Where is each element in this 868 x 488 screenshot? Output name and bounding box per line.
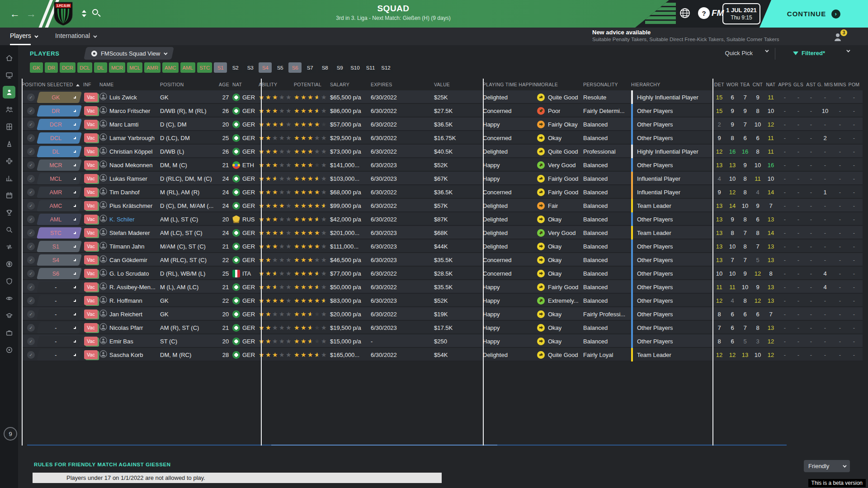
player-name[interactable]: Lukas Ramser bbox=[109, 175, 160, 182]
inf-vacancy-button[interactable]: Vac bbox=[83, 337, 99, 346]
position-badge[interactable]: AML bbox=[38, 214, 83, 225]
position-filter-s10[interactable]: S10 bbox=[348, 62, 362, 73]
header-ability[interactable]: ABILITY bbox=[259, 82, 294, 87]
sidebar-item-home[interactable] bbox=[3, 52, 15, 64]
filter-dropdown-icon[interactable] bbox=[846, 48, 850, 52]
row-select[interactable]: ✓ bbox=[22, 161, 38, 169]
inf-vacancy-button[interactable]: Vac bbox=[83, 93, 99, 102]
row-select[interactable]: ✓ bbox=[22, 94, 38, 101]
sidebar-item-tactics[interactable] bbox=[3, 120, 15, 133]
row-select[interactable]: ✓ bbox=[22, 229, 38, 237]
player-name[interactable]: Naod Mekonnen bbox=[109, 162, 160, 169]
sidebar-item-club-vision[interactable] bbox=[3, 292, 15, 305]
club-switch-up-icon[interactable] bbox=[82, 10, 86, 13]
row-select[interactable]: ✓ bbox=[22, 338, 38, 345]
sidebar-item-fixtures[interactable] bbox=[3, 343, 15, 356]
header-stat-apps[interactable]: APPS bbox=[778, 82, 792, 87]
header-value[interactable]: VALUE bbox=[434, 82, 483, 87]
header-stat-det[interactable]: DET bbox=[712, 82, 726, 87]
position-badge[interactable]: S6 bbox=[38, 268, 83, 279]
row-select[interactable]: ✓ bbox=[22, 310, 38, 318]
sidebar-item-dynamics[interactable] bbox=[3, 103, 15, 116]
player-name[interactable]: Sascha Korb bbox=[109, 352, 160, 358]
inf-vacancy-button[interactable]: Vac bbox=[83, 201, 99, 210]
row-select[interactable]: ✓ bbox=[22, 188, 38, 196]
header-name[interactable]: NAME bbox=[99, 82, 160, 87]
table-row[interactable]: ✓AMCVacPius KrätschmerD (C), DM, M/AM (.… bbox=[22, 199, 863, 212]
sidebar-item-transfers[interactable] bbox=[3, 240, 15, 253]
inf-vacancy-button[interactable]: Vac bbox=[83, 147, 99, 156]
inf-vacancy-button[interactable]: Vac bbox=[83, 188, 99, 197]
table-row[interactable]: ✓-VacR. Assibey-Men...M (L), AM (LC)21GE… bbox=[22, 280, 863, 294]
table-row[interactable]: ✓STCVacStefan MadererAM (LC), ST (C)24GE… bbox=[22, 226, 863, 239]
row-select[interactable]: ✓ bbox=[22, 202, 38, 210]
table-row[interactable]: ✓-VacNicolas PfarrAM (R), ST (C)21GER★★★… bbox=[22, 321, 863, 334]
player-name[interactable]: Marco Fritscher bbox=[109, 108, 160, 114]
position-badge[interactable]: DL bbox=[38, 146, 83, 157]
table-row[interactable]: ✓DCRVacMarc LamtiD (C), DM20GER★★★★★★★★★… bbox=[22, 117, 863, 131]
game-date[interactable]: 1 JUL 2021 Thu 9:15 bbox=[722, 3, 760, 24]
player-name[interactable]: Jan Reichert bbox=[109, 311, 160, 318]
inf-vacancy-button[interactable]: Vac bbox=[83, 282, 99, 291]
inf-vacancy-button[interactable]: Vac bbox=[83, 215, 99, 224]
position-badge[interactable]: - bbox=[38, 309, 83, 320]
position-badge[interactable]: S4 bbox=[38, 254, 83, 266]
row-select[interactable]: ✓ bbox=[22, 243, 38, 250]
table-row[interactable]: ✓AMRVacTim DanhofM (RL), AM (R)24GER★★★★… bbox=[22, 185, 863, 199]
position-badge[interactable]: - bbox=[38, 322, 83, 333]
inf-vacancy-button[interactable]: Vac bbox=[83, 323, 99, 332]
player-name[interactable]: Luis Zwick bbox=[109, 94, 160, 101]
table-row[interactable]: ✓S6VacG. Lo ScrudatoD (RL), WB/M (L)25IT… bbox=[22, 267, 863, 280]
row-select[interactable]: ✓ bbox=[22, 256, 38, 264]
position-filter-s1[interactable]: S1 bbox=[214, 62, 227, 73]
header-stat-gls[interactable]: GLS bbox=[792, 82, 805, 87]
sidebar-item-training[interactable] bbox=[3, 137, 15, 150]
table-scrollbar[interactable] bbox=[27, 445, 787, 446]
sidebar-item-staff[interactable] bbox=[3, 326, 15, 339]
position-filter-s7[interactable]: S7 bbox=[303, 62, 316, 73]
table-row[interactable]: ✓DLVacChristian KöppelD/WB (L)26GER★★★★★… bbox=[22, 145, 863, 158]
sidebar-item-scouting[interactable] bbox=[3, 223, 15, 236]
position-filter-s5[interactable]: S5 bbox=[274, 62, 287, 73]
header-personality[interactable]: PERSONALITY bbox=[583, 82, 631, 87]
sidebar-item-dev-centre[interactable] bbox=[3, 309, 15, 322]
position-badge[interactable]: DCL bbox=[38, 132, 83, 144]
player-name[interactable]: Can Gökdemir bbox=[109, 257, 160, 263]
search-icon[interactable] bbox=[92, 9, 98, 15]
sidebar-item-competitions[interactable] bbox=[3, 206, 15, 219]
position-filter-s2[interactable]: S2 bbox=[229, 62, 242, 73]
table-row[interactable]: ✓S4VacCan GökdemirAM (RLC), ST (C)22GER★… bbox=[22, 253, 863, 267]
position-filter-s11[interactable]: S11 bbox=[364, 62, 377, 73]
inf-vacancy-button[interactable]: Vac bbox=[83, 174, 99, 183]
row-select[interactable]: ✓ bbox=[22, 107, 38, 115]
header-potential[interactable]: POTENTIAL bbox=[294, 82, 330, 87]
inf-vacancy-button[interactable]: Vac bbox=[83, 296, 99, 305]
position-filter-aml[interactable]: AML bbox=[180, 62, 196, 73]
position-badge[interactable]: - bbox=[38, 336, 83, 347]
player-name[interactable]: Nicolas Pfarr bbox=[109, 324, 160, 331]
header-salary[interactable]: SALARY bbox=[330, 82, 371, 87]
position-filter-amr[interactable]: AMR bbox=[144, 62, 160, 73]
view-selector[interactable]: FMScouts Squad View bbox=[84, 47, 174, 60]
position-filter-s8[interactable]: S8 bbox=[318, 62, 331, 73]
tab-international[interactable]: International bbox=[55, 28, 96, 45]
row-select[interactable]: ✓ bbox=[22, 175, 38, 183]
position-filter-s12[interactable]: S12 bbox=[379, 62, 392, 73]
position-badge[interactable]: DR bbox=[38, 105, 83, 117]
continue-button[interactable]: CONTINUE › bbox=[760, 0, 868, 28]
row-select[interactable]: ✓ bbox=[22, 324, 38, 332]
advice-notification[interactable]: New advice available Suitable Penalty Ta… bbox=[592, 29, 827, 42]
header-age[interactable]: AGE bbox=[219, 82, 232, 87]
position-filter-s9[interactable]: S9 bbox=[333, 62, 346, 73]
position-filter-amc[interactable]: AMC bbox=[162, 62, 179, 73]
inf-vacancy-button[interactable]: Vac bbox=[83, 228, 99, 237]
header-stat-mins[interactable]: MINS bbox=[833, 82, 847, 87]
inf-vacancy-button[interactable]: Vac bbox=[83, 310, 99, 319]
position-badge[interactable]: STC bbox=[38, 227, 83, 239]
player-name[interactable]: Lamar Yarbrough bbox=[109, 135, 160, 141]
header-stat-nat[interactable]: NAT bbox=[764, 82, 778, 87]
header-playing-time[interactable]: PLAYING TIME HAPPIN... bbox=[483, 82, 537, 87]
position-filter-dl[interactable]: DL bbox=[94, 62, 107, 73]
sidebar-item-inbox[interactable] bbox=[3, 69, 15, 81]
header-stat-wor[interactable]: WOR bbox=[726, 82, 739, 87]
